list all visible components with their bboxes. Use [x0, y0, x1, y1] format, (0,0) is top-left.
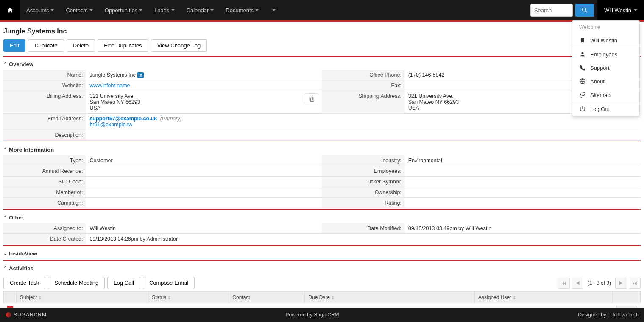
pager-text: (1 - 3 of 3) — [585, 280, 613, 286]
copy-address-button[interactable] — [305, 93, 318, 105]
caret-icon — [89, 9, 93, 11]
nav-contacts[interactable]: Contacts — [60, 0, 98, 20]
more-info-header[interactable]: ⌃ More Information — [3, 144, 641, 155]
caret-icon — [139, 9, 142, 11]
label-fax: Fax: — [322, 80, 404, 91]
globe-icon — [579, 78, 586, 85]
label-annual-revenue: Annual Revenue: — [3, 166, 86, 177]
website-link[interactable]: www.infohr.name — [89, 83, 130, 89]
copy-icon — [308, 96, 315, 103]
value-industry: Environmental — [405, 155, 641, 166]
pager: ⏮ ◀ (1 - 3 of 3) ▶ ⏭ — [558, 278, 641, 289]
link-icon — [579, 92, 586, 98]
value-description — [86, 130, 641, 141]
user-menu-button[interactable]: Will Westin — [597, 0, 644, 20]
col-subject[interactable]: Subject⇕ — [17, 292, 148, 303]
page-next-button[interactable]: ▶ — [615, 278, 627, 289]
page-first-button[interactable]: ⏮ — [558, 278, 570, 289]
caret-icon — [210, 9, 214, 11]
edit-button[interactable]: Edit — [3, 39, 25, 52]
footer-designed: Designed by : Urdhva Tech — [578, 312, 639, 318]
insideview-header[interactable]: ⌄ InsideView — [3, 248, 641, 259]
label-member-of: Member of: — [3, 187, 86, 198]
value-rating — [405, 198, 641, 208]
page-last-button[interactable]: ⏭ — [629, 278, 641, 289]
delete-button[interactable]: Delete — [67, 39, 95, 52]
label-shipping-address: Shipping Address: — [322, 91, 404, 114]
nav-calendar[interactable]: Calendar — [181, 0, 220, 20]
email-primary-link[interactable]: support57@example.co.uk — [89, 116, 157, 122]
sort-icon: ⇕ — [331, 295, 335, 300]
person-icon — [579, 51, 586, 58]
other-table: Assigned to: Will Westin Date Modified: … — [3, 223, 641, 244]
welcome-label: Welcome — [572, 21, 639, 33]
compose-email-button[interactable]: Compose Email — [143, 277, 195, 289]
menu-profile[interactable]: Will Westin — [572, 33, 639, 47]
other-header[interactable]: ⌃ Other — [3, 212, 641, 223]
label-employees: Employees: — [322, 166, 404, 177]
overview-header[interactable]: ⌃ Overview — [3, 58, 641, 70]
menu-employees[interactable]: Employees — [572, 47, 639, 61]
nav-leads[interactable]: Leads — [148, 0, 180, 20]
collapse-up-icon: ⌃ — [3, 266, 7, 271]
view-change-log-button[interactable]: View Change Log — [151, 39, 207, 52]
label-rating: Rating: — [322, 198, 404, 208]
search-input[interactable] — [530, 4, 573, 17]
nav-accounts[interactable]: Accounts — [20, 0, 60, 20]
value-member-of — [86, 187, 322, 198]
menu-sitemap[interactable]: Sitemap — [572, 88, 639, 102]
value-date-modified: 09/16/2013 03:49pm by Will Westin — [405, 223, 641, 234]
footer: SUGARCRM Powered by SugarCRM Designed by… — [0, 308, 644, 322]
label-billing-address: Billing Address: — [3, 91, 86, 114]
schedule-meeting-button[interactable]: Schedule Meeting — [48, 277, 105, 289]
sort-icon: ⇕ — [513, 295, 516, 300]
menu-about[interactable]: About — [572, 75, 639, 88]
value-annual-revenue — [86, 166, 322, 177]
duplicate-button[interactable]: Duplicate — [28, 39, 64, 52]
col-status[interactable]: Status⇕ — [148, 292, 229, 303]
linkedin-icon[interactable]: in — [137, 72, 144, 78]
footer-logo: SUGARCRM — [5, 311, 47, 318]
svg-rect-5 — [309, 97, 313, 100]
sort-icon: ⇕ — [167, 295, 171, 300]
col-contact[interactable]: Contact — [229, 292, 305, 303]
label-name: Name: — [3, 70, 86, 80]
menu-support[interactable]: Support — [572, 61, 639, 75]
page-prev-button[interactable]: ◀ — [572, 278, 583, 289]
value-sic-code — [86, 177, 322, 187]
value-assigned-to: Will Westin — [86, 223, 322, 234]
value-name: Jungle Systems Incin — [86, 70, 322, 80]
home-button[interactable] — [0, 0, 20, 20]
caret-icon — [50, 9, 54, 11]
nav-documents[interactable]: Documents — [220, 0, 265, 20]
label-description: Description: — [3, 130, 86, 141]
svg-line-1 — [585, 11, 587, 12]
search-button[interactable] — [575, 4, 594, 17]
user-dropdown-menu: Welcome Will Westin Employees Support Ab… — [572, 20, 640, 116]
collapse-up-icon: ⌃ — [3, 215, 7, 220]
menu-logout[interactable]: Log Out — [572, 102, 639, 116]
overview-table: Name: Jungle Systems Incin Office Phone:… — [3, 70, 641, 141]
find-duplicates-button[interactable]: Find Duplicates — [98, 39, 148, 52]
nav-more[interactable] — [265, 0, 282, 20]
label-ticker-symbol: Ticker Symbol: — [322, 177, 404, 187]
sugarcrm-cube-icon — [5, 311, 12, 318]
label-date-created: Date Created: — [3, 234, 86, 244]
nav-opportunities[interactable]: Opportunities — [99, 0, 148, 20]
value-employees — [405, 166, 641, 177]
top-navbar: Accounts Contacts Opportunities Leads Ca… — [0, 0, 644, 20]
value-type: Customer — [86, 155, 322, 166]
activities-header[interactable]: ⌃ Activities — [3, 263, 641, 274]
email-secondary-link[interactable]: hr61@example.tw — [89, 122, 132, 128]
collapse-up-icon: ⌃ — [3, 147, 7, 153]
svg-point-0 — [583, 8, 586, 11]
col-assigned-user[interactable]: Assigned User⇕ — [475, 292, 613, 303]
label-website: Website: — [3, 80, 86, 91]
label-office-phone: Office Phone: — [322, 70, 404, 80]
action-buttons: Edit Duplicate Delete Find Duplicates Vi… — [3, 39, 641, 52]
log-call-button[interactable]: Log Call — [107, 277, 140, 289]
footer-powered: Powered by SugarCRM — [47, 312, 578, 318]
create-task-button[interactable]: Create Task — [3, 277, 45, 289]
caret-icon — [171, 9, 175, 11]
col-due-date[interactable]: Due Date⇕ — [305, 292, 475, 303]
